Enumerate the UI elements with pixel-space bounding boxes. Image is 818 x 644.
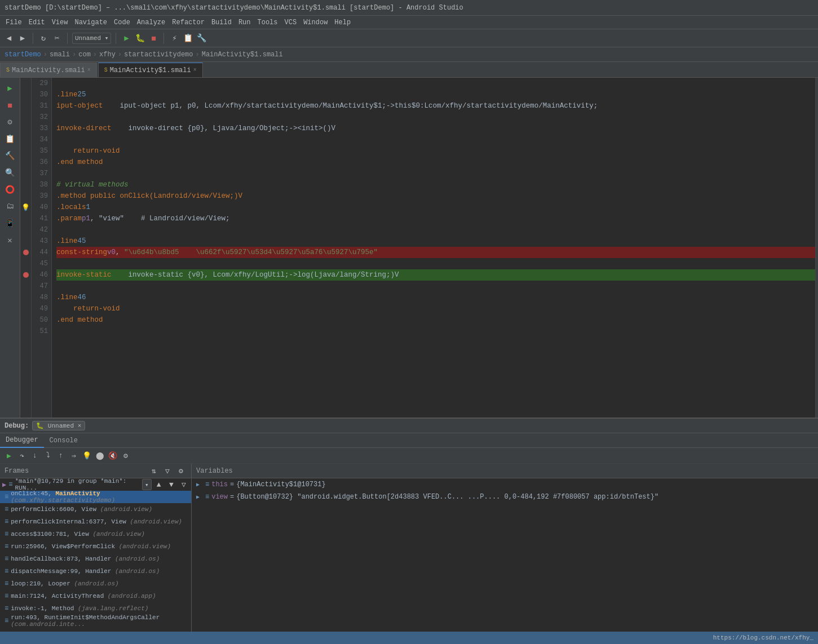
- code-line-39[interactable]: .method public onClick(Landroid/view/Vie…: [56, 190, 815, 202]
- bp-line-42[interactable]: [20, 224, 31, 236]
- code-line-38[interactable]: # virtual methods: [56, 179, 815, 190]
- debug-force-step-btn[interactable]: ⤵: [42, 450, 54, 461]
- var-item-this[interactable]: ▶ ≡ this = {MainActivity$1@10731}: [192, 478, 818, 491]
- menu-tools[interactable]: Tools: [254, 19, 281, 26]
- frame-item-dispatchmessage[interactable]: ≡ dispatchMessage:99, Handler (android.o…: [0, 565, 191, 578]
- frame-dropdown-row[interactable]: ▶ ≡ *main*@10,729 in group *main*: RUN..…: [0, 478, 191, 491]
- bp-line-40[interactable]: 💡: [20, 202, 31, 213]
- frame-item-invoke-1[interactable]: ≡ invoke:-1, Method (java.lang.reflect): [0, 602, 191, 615]
- debug-run-cursor-btn[interactable]: ⇒: [68, 450, 79, 461]
- tab-mainactivity1[interactable]: S MainActivity$1.smali ×: [98, 63, 203, 77]
- unnamed-dropdown[interactable]: Unnamed ▾: [72, 33, 111, 44]
- frame-item-performclick[interactable]: ≡ performClick:6600, View (android.view): [0, 503, 191, 516]
- frame-item-performclickinternal[interactable]: ≡ performClickInternal:6377, View (andro…: [0, 516, 191, 528]
- debug-tab-console[interactable]: Console: [44, 433, 83, 448]
- toolbar-back-icon[interactable]: ◀: [3, 33, 15, 44]
- code-line-42[interactable]: [56, 224, 815, 236]
- var-item-view[interactable]: ▶ ≡ view = {Button@10732} "android.widge…: [192, 491, 818, 503]
- bp-line-29[interactable]: [20, 78, 31, 89]
- code-line-44[interactable]: const-string v0, "\u6d4b\u8bd5 \u662f\u5…: [56, 247, 815, 258]
- frames-settings-btn[interactable]: ⚙: [175, 465, 187, 477]
- sidebar-project-btn[interactable]: 🗂: [2, 198, 18, 214]
- code-line-43[interactable]: .line 45: [56, 236, 815, 247]
- menu-run[interactable]: Run: [235, 19, 254, 26]
- stop-icon[interactable]: ◼: [148, 33, 159, 44]
- frames-filter-btn[interactable]: ▽: [162, 465, 173, 477]
- code-line-50[interactable]: .end method: [56, 314, 815, 326]
- frame-item-handlecallback[interactable]: ≡ handleCallback:873, Handler (android.o…: [0, 553, 191, 565]
- code-content[interactable]: .line 25iput-object iput-object p1, p0, …: [52, 78, 815, 418]
- code-line-29[interactable]: [56, 78, 815, 89]
- bp-line-44[interactable]: [20, 247, 31, 258]
- frames-down-btn[interactable]: ▼: [166, 479, 176, 490]
- bp-line-49[interactable]: [20, 303, 31, 314]
- menu-edit[interactable]: Edit: [25, 19, 48, 26]
- code-line-30[interactable]: .line 25: [56, 89, 815, 100]
- frames-sort-btn[interactable]: ⇅: [148, 465, 160, 477]
- frame-item-run25966[interactable]: ≡ run:25966, View$PerformClick (android.…: [0, 540, 191, 553]
- bp-line-50[interactable]: [20, 314, 31, 326]
- debug-settings-btn[interactable]: ⚙: [120, 450, 131, 461]
- sidebar-build-btn[interactable]: 🔨: [2, 148, 18, 163]
- bp-line-39[interactable]: [20, 190, 31, 202]
- bp-line-37[interactable]: [20, 168, 31, 179]
- menu-window[interactable]: Window: [300, 19, 331, 26]
- bp-line-43[interactable]: [20, 236, 31, 247]
- code-line-49[interactable]: return-void: [56, 303, 815, 314]
- bp-line-47[interactable]: [20, 281, 31, 292]
- code-line-36[interactable]: .end method: [56, 157, 815, 168]
- frames-filter-btn2[interactable]: ▽: [179, 479, 189, 490]
- var-expand-view[interactable]: ▶: [196, 494, 203, 500]
- breadcrumb-startactivitydemo[interactable]: startactivitydemo: [124, 51, 193, 59]
- code-line-45[interactable]: [56, 258, 815, 269]
- debug-step-into-btn[interactable]: ↓: [29, 450, 41, 461]
- frame-item-access3100[interactable]: ≡ access$3100:781, View (android.view): [0, 528, 191, 540]
- debug-breakpoints-btn[interactable]: ⬤: [94, 450, 105, 461]
- code-line-31[interactable]: iput-object iput-object p1, p0, Lcom/xfh…: [56, 100, 815, 112]
- sidebar-search-btn[interactable]: 🔍: [2, 165, 18, 180]
- code-line-33[interactable]: invoke-direct invoke-direct {p0}, Ljava/…: [56, 123, 815, 134]
- code-line-41[interactable]: .param p1, "view" # Landroid/view/View;: [56, 213, 815, 224]
- bp-line-35[interactable]: [20, 145, 31, 157]
- code-line-46[interactable]: invoke-static invoke-static {v0}, Lcom/x…: [56, 269, 815, 281]
- sidebar-stop-btn[interactable]: ◼: [2, 97, 18, 113]
- bp-line-30[interactable]: [20, 89, 31, 100]
- toolbar-forward-icon[interactable]: ▶: [17, 33, 28, 44]
- sidebar-clipboard-btn[interactable]: 📋: [2, 131, 18, 146]
- code-line-47[interactable]: [56, 281, 815, 292]
- menu-refactor[interactable]: Refactor: [169, 19, 208, 26]
- menu-build[interactable]: Build: [208, 19, 235, 26]
- run-icon[interactable]: ▶: [121, 33, 132, 44]
- menu-vcs[interactable]: VCS: [281, 19, 300, 26]
- breadcrumb-root[interactable]: startDemo: [5, 51, 41, 59]
- tab-close-mainactivity1[interactable]: ×: [193, 67, 197, 73]
- bp-line-32[interactable]: [20, 112, 31, 123]
- breadcrumb-com[interactable]: com: [78, 51, 91, 59]
- bp-line-51[interactable]: [20, 326, 31, 337]
- bp-line-34[interactable]: [20, 134, 31, 145]
- code-line-51[interactable]: [56, 326, 815, 337]
- debug-eval-btn[interactable]: 💡: [81, 450, 92, 461]
- frames-up-btn[interactable]: ▲: [154, 479, 164, 490]
- bp-line-45[interactable]: [20, 258, 31, 269]
- debug-mute-btn[interactable]: 🔇: [107, 450, 118, 461]
- frame-item-run493[interactable]: ≡ run:493, RuntimeInit$MethodAndArgsCall…: [0, 615, 191, 627]
- menu-navigate[interactable]: Navigate: [71, 19, 110, 26]
- bp-line-36[interactable]: [20, 157, 31, 168]
- menu-help[interactable]: Help: [331, 19, 354, 26]
- bp-line-33[interactable]: [20, 123, 31, 134]
- frames-thread-dropdown[interactable]: ▾: [142, 479, 152, 490]
- code-line-32[interactable]: [56, 112, 815, 123]
- frame-item-onclick[interactable]: ≡ onClick:45, MainActivity (com.xfhy.sta…: [0, 491, 191, 503]
- menu-view[interactable]: View: [48, 19, 72, 26]
- tab-close-mainactivity[interactable]: ×: [87, 67, 91, 73]
- sidebar-run-btn[interactable]: ▶: [2, 80, 18, 96]
- frame-item-loop[interactable]: ≡ loop:210, Looper (android.os): [0, 578, 191, 590]
- menu-analyze[interactable]: Analyze: [134, 19, 169, 26]
- sidebar-target-btn[interactable]: ⭕: [2, 181, 18, 197]
- toolbar-extra-2[interactable]: 📋: [182, 33, 193, 44]
- bp-line-46[interactable]: [20, 269, 31, 281]
- toolbar-extra-3[interactable]: 🔧: [196, 33, 207, 44]
- frame-item-main7124[interactable]: ≡ main:7124, ActivityThread (android.app…: [0, 590, 191, 602]
- code-line-35[interactable]: return-void: [56, 145, 815, 157]
